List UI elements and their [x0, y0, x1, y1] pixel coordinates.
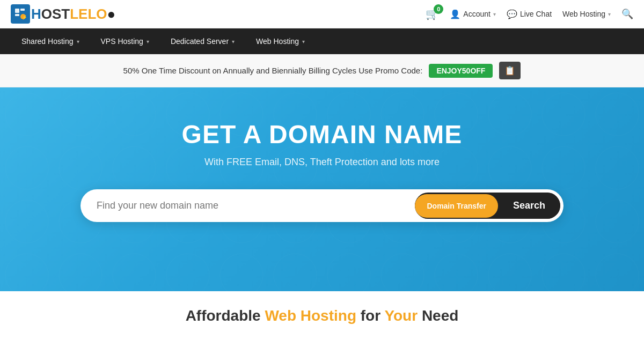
nav-shared-hosting[interactable]: Shared Hosting ▾	[11, 28, 90, 54]
nav-vps-hosting-label: VPS Hosting	[101, 37, 143, 46]
svg-text:⚡: ⚡	[22, 14, 27, 20]
account-chevron-icon: ▾	[493, 11, 496, 17]
account-menu[interactable]: 👤 Account ▾	[450, 9, 496, 19]
bottom-affordable: Affordable	[186, 307, 265, 324]
cart-badge: 0	[434, 4, 443, 14]
nav-shared-hosting-label: Shared Hosting	[21, 37, 74, 46]
account-label: Account	[463, 10, 491, 18]
promo-banner: 50% One Time Discount on Annually and Bi…	[0, 54, 644, 87]
domain-search-input[interactable]	[97, 195, 415, 217]
livechat-button[interactable]: 💬 Live Chat	[507, 9, 552, 19]
svg-rect-2	[15, 14, 19, 16]
svg-rect-1	[20, 9, 25, 11]
nav-vps-hosting[interactable]: VPS Hosting ▾	[90, 28, 160, 54]
search-button[interactable]: Search	[498, 193, 560, 219]
copy-promo-button[interactable]: 📋	[499, 62, 521, 79]
logo-icon: ⚡	[11, 4, 30, 24]
hero-section: GET A DOMAIN NAME With FREE Email, DNS, …	[0, 87, 644, 291]
webhosting-menu[interactable]: Web Hosting ▾	[562, 10, 611, 18]
vps-hosting-chevron-icon: ▾	[147, 39, 149, 45]
chat-icon: 💬	[507, 9, 517, 19]
top-header: ⚡ HOSTLELO● 🛒 0 👤 Account ▾ 💬 Live Chat …	[0, 0, 644, 28]
promo-code: ENJOY50OFF	[429, 64, 493, 78]
bottom-web-hosting: Web Hosting	[265, 307, 356, 324]
domain-transfer-button[interactable]: Domain Transfer	[415, 194, 497, 218]
nav-dedicated-server-label: Dedicated Server	[171, 37, 229, 46]
svg-rect-0	[15, 9, 19, 13]
bottom-need: Need	[418, 307, 458, 324]
dedicated-server-chevron-icon: ▾	[232, 39, 235, 45]
hero-subtitle: With FREE Email, DNS, Theft Protection a…	[11, 157, 633, 168]
bottom-title: Affordable Web Hosting for Your Need	[11, 307, 633, 324]
account-icon: 👤	[450, 9, 460, 19]
top-nav: 🛒 0 👤 Account ▾ 💬 Live Chat Web Hosting …	[426, 8, 633, 20]
nav-web-hosting[interactable]: Web Hosting ▾	[245, 28, 316, 54]
web-hosting-chevron-icon: ▾	[302, 39, 305, 45]
logo[interactable]: ⚡ HOSTLELO●	[11, 4, 115, 24]
shared-hosting-chevron-icon: ▾	[77, 39, 79, 45]
promo-text: 50% One Time Discount on Annually and Bi…	[123, 66, 423, 75]
search-icon[interactable]: 🔍	[621, 8, 633, 20]
domain-search-box: Domain Transfer Search	[80, 189, 564, 222]
livechat-label: Live Chat	[520, 10, 552, 18]
nav-dedicated-server[interactable]: Dedicated Server ▾	[160, 28, 245, 54]
bottom-your: Your	[384, 307, 418, 324]
webhosting-label: Web Hosting	[562, 10, 605, 18]
main-nav: Shared Hosting ▾ VPS Hosting ▾ Dedicated…	[0, 28, 644, 54]
bottom-section: Affordable Web Hosting for Your Need	[0, 291, 644, 340]
bottom-for: for	[356, 307, 384, 324]
nav-web-hosting-label: Web Hosting	[256, 37, 299, 46]
webhosting-chevron-icon: ▾	[608, 11, 611, 17]
cart-button[interactable]: 🛒 0	[426, 8, 439, 20]
hero-title: GET A DOMAIN NAME	[11, 120, 633, 149]
search-actions: Domain Transfer Search	[415, 193, 560, 219]
